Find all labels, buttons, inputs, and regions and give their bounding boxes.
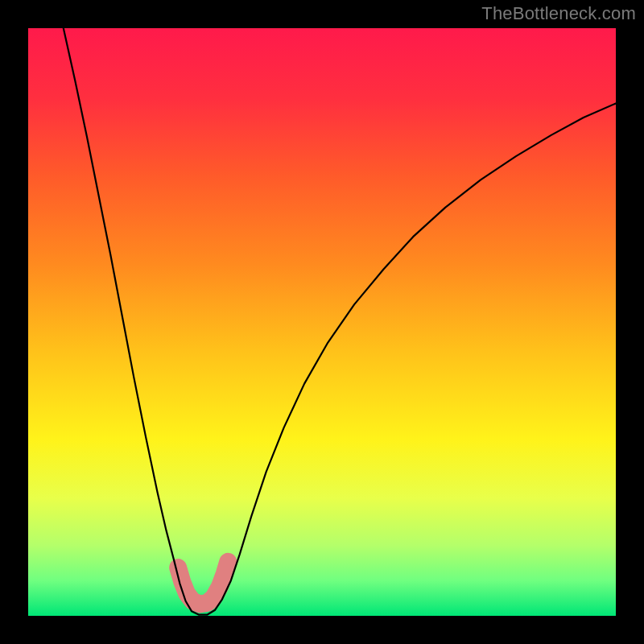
gradient-background bbox=[28, 28, 616, 616]
chart-frame: TheBottleneck.com bbox=[0, 0, 644, 644]
plot-area bbox=[28, 28, 616, 616]
bottleneck-chart bbox=[28, 28, 616, 616]
watermark-text: TheBottleneck.com bbox=[481, 3, 636, 24]
